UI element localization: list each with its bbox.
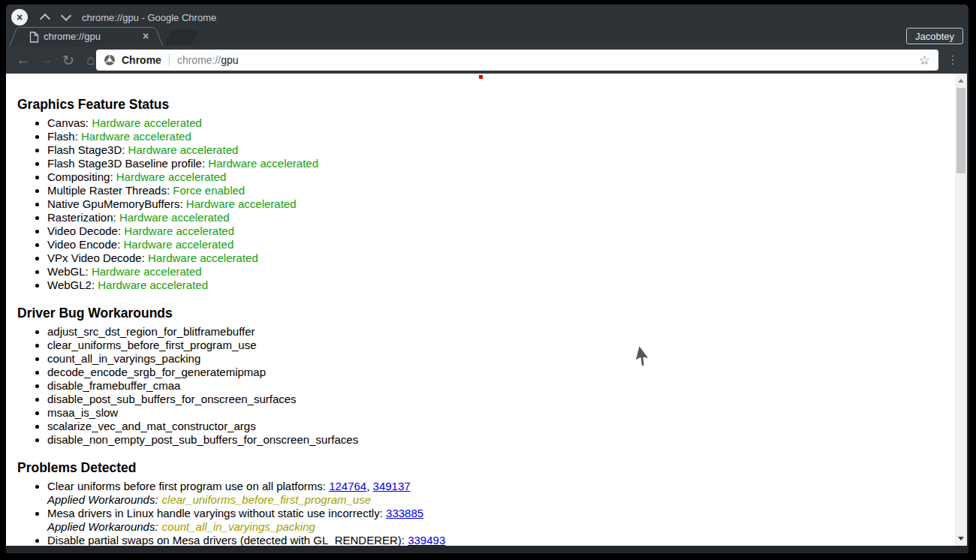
workaround-name: disable_post_sub_buffers_for_onscreen_su… <box>47 393 297 405</box>
feature-label: Video Encode <box>47 238 117 251</box>
browser-toolbar: ← → ↻ ⌂ Chrome chrome:// gpu ☆ ⋮ <box>6 47 968 74</box>
section-list-problems: Clear uniforms before first program use … <box>17 480 955 546</box>
separator: : <box>110 170 116 183</box>
profile-button[interactable]: Jacobtey <box>906 28 963 44</box>
site-settings-label[interactable]: Chrome <box>122 54 161 66</box>
feature-status: Hardware accelerated <box>148 251 258 264</box>
feature-status: Hardware accelerated <box>119 211 230 224</box>
window-titlebar[interactable]: × chrome://gpu - Google Chrome <box>6 5 968 27</box>
feature-status: Hardware accelerated <box>123 238 233 251</box>
feature-status: Hardware accelerated <box>208 157 318 170</box>
scroll-up-icon[interactable] <box>958 79 964 83</box>
reload-icon[interactable]: ↻ <box>57 52 80 69</box>
back-icon[interactable]: ← <box>12 52 35 68</box>
feature-label: Flash Stage3D Baseline profile <box>47 157 202 170</box>
workaround-name: decode_encode_srgb_for_generatemipmap <box>47 366 266 378</box>
separator: : <box>122 143 128 156</box>
workaround-name: clear_uniforms_before_first_program_use <box>47 339 256 351</box>
page-content: Graphics Feature StatusCanvas: Hardware … <box>6 74 955 546</box>
list-item: Disable partial swaps on Mesa drivers (d… <box>47 534 955 546</box>
list-item: decode_encode_srgb_for_generatemipmap <box>47 366 955 379</box>
bug-link[interactable]: 124764 <box>329 480 366 492</box>
forward-icon[interactable]: → <box>35 52 57 68</box>
bookmark-star-icon[interactable]: ☆ <box>919 53 930 68</box>
window-bottom-edge <box>6 546 968 553</box>
feature-label: Rasterization <box>47 211 113 224</box>
problem-line: Mesa drivers in Linux handle varyings wi… <box>47 507 955 520</box>
address-bar[interactable]: Chrome chrome:// gpu ☆ <box>96 50 938 71</box>
feature-status: Hardware accelerated <box>98 278 208 291</box>
scroll-down-icon[interactable] <box>958 537 964 540</box>
new-tab-button[interactable] <box>165 30 198 44</box>
list-item: Video Encode: Hardware accelerated <box>47 238 955 251</box>
list-item: disable_non_empty_post_sub_buffers_for_o… <box>47 433 955 447</box>
list-item: WebGL2: Hardware accelerated <box>47 278 955 292</box>
list-item: Flash Stage3D: Hardware accelerated <box>47 143 955 157</box>
url-host[interactable]: gpu <box>221 54 238 66</box>
feature-status: Hardware accelerated <box>81 130 191 143</box>
applied-workaround-value: count_all_in_varyings_packing <box>162 520 315 533</box>
list-item: Native GpuMemoryBuffers: Hardware accele… <box>47 197 955 211</box>
tab-chrome-gpu[interactable]: chrome://gpu × <box>9 27 167 47</box>
tab-close-icon[interactable]: × <box>143 30 149 42</box>
feature-label: WebGL2 <box>47 278 92 291</box>
list-item: Rasterization: Hardware accelerated <box>47 211 955 224</box>
separator: : <box>142 251 148 264</box>
bug-link[interactable]: 333885 <box>386 507 423 519</box>
list-item: clear_uniforms_before_first_program_use <box>47 339 955 352</box>
workaround-name: adjust_src_dst_region_for_blitframebuffe… <box>47 325 255 338</box>
browser-window: × chrome://gpu - Google Chrome chrome://… <box>6 5 968 553</box>
chevron-up-icon[interactable] <box>41 14 49 21</box>
list-item: adjust_src_dst_region_for_blitframebuffe… <box>47 325 955 339</box>
window-close-button[interactable]: × <box>11 9 28 26</box>
feature-label: VPx Video Decode <box>47 251 142 264</box>
chrome-logo-icon <box>104 54 116 66</box>
feature-label: Flash <box>47 130 75 143</box>
applied-workarounds-line: Applied Workarounds:count_all_in_varying… <box>47 520 955 534</box>
applied-workarounds-line: Applied Workarounds:clear_uniforms_befor… <box>47 493 955 507</box>
workaround-name: msaa_is_slow <box>47 406 118 419</box>
separator: : <box>86 265 92 278</box>
problem-description: Clear uniforms before first program use … <box>47 480 329 492</box>
list-item: Video Decode: Hardware accelerated <box>47 224 955 238</box>
section-heading-problems: Problems Detected <box>17 460 955 476</box>
tab-strip: chrome://gpu × Jacobtey <box>6 27 968 47</box>
feature-status: Hardware accelerated <box>124 224 234 237</box>
list-item: scalarize_vec_and_mat_constructor_args <box>47 420 955 433</box>
feature-label: Multiple Raster Threads <box>47 184 167 197</box>
url-scheme[interactable]: chrome:// <box>177 54 221 66</box>
bug-link[interactable]: 349137 <box>373 480 411 492</box>
list-item: VPx Video Decode: Hardware accelerated <box>47 251 955 265</box>
gpu-report: Graphics Feature StatusCanvas: Hardware … <box>6 97 955 546</box>
feature-label: WebGL <box>47 265 86 278</box>
separator: : <box>113 211 119 224</box>
scrollbar-thumb[interactable] <box>956 88 965 173</box>
feature-label: Video Decode <box>47 224 118 237</box>
feature-status: Hardware accelerated <box>116 170 227 183</box>
feature-label: Native GpuMemoryBuffers <box>47 197 179 210</box>
window-title: chrome://gpu - Google Chrome <box>82 12 216 23</box>
list-item: disable_framebuffer_cmaa <box>47 379 955 393</box>
feature-status: Hardware accelerated <box>128 143 239 156</box>
list-item: count_all_in_varyings_packing <box>47 352 955 366</box>
workaround-name: count_all_in_varyings_packing <box>47 352 200 365</box>
list-item: Flash: Hardware accelerated <box>47 130 955 143</box>
section-heading-workarounds: Driver Bug Workarounds <box>17 306 955 321</box>
list-item: WebGL: Hardware accelerated <box>47 265 955 278</box>
link-separator: , <box>366 480 372 492</box>
section-list-workarounds: adjust_src_dst_region_for_blitframebuffe… <box>17 325 955 447</box>
vertical-scrollbar[interactable] <box>955 74 967 546</box>
close-icon: × <box>17 12 23 23</box>
feature-status: Hardware accelerated <box>92 265 202 278</box>
feature-label: Canvas <box>47 116 86 129</box>
problem-line: Disable partial swaps on Mesa drivers (d… <box>47 534 955 546</box>
bug-link[interactable]: 339493 <box>408 534 445 546</box>
applied-workaround-value: clear_uniforms_before_first_program_use <box>162 493 371 506</box>
list-item: Compositing: Hardware accelerated <box>47 170 955 184</box>
menu-dots-icon[interactable]: ⋮ <box>947 52 959 68</box>
chevron-down-icon[interactable] <box>62 14 70 21</box>
section-heading-features: Graphics Feature Status <box>17 97 955 113</box>
list-item: msaa_is_slow <box>47 406 955 420</box>
feature-label: Flash Stage3D <box>47 143 122 156</box>
applied-workarounds-label: Applied Workarounds: <box>47 520 158 533</box>
